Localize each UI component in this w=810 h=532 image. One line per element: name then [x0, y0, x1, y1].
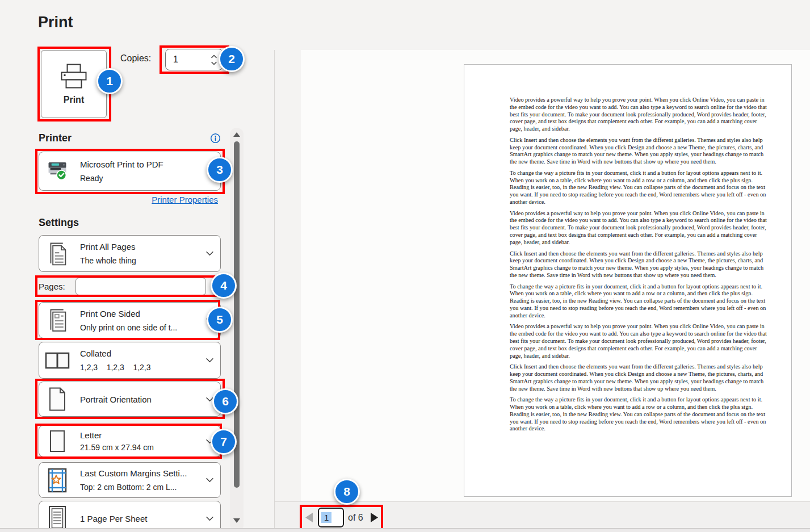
- copies-increment-icon[interactable]: [211, 55, 217, 58]
- copies-stepper-arrows: [211, 55, 217, 65]
- printer-text: Microsoft Print to PDF Ready: [80, 160, 213, 183]
- callout-4: 4: [211, 273, 237, 299]
- printer-properties-link[interactable]: Printer Properties: [152, 195, 218, 204]
- settings-scrollbar[interactable]: [230, 128, 244, 532]
- copies-stepper[interactable]: 1: [165, 49, 223, 70]
- paper-size-title: Letter: [80, 430, 203, 440]
- copies-value: 1: [173, 55, 211, 65]
- orientation-icon-wrap: [45, 387, 70, 412]
- callout-7: 7: [211, 429, 237, 455]
- callout-2: 2: [219, 46, 245, 72]
- custom-margins-icon: [47, 468, 68, 493]
- chevron-down-icon: [206, 477, 213, 483]
- doc-paragraph: To change the way a picture fits in your…: [510, 396, 769, 433]
- doc-paragraph: Video provides a powerful way to help yo…: [510, 97, 769, 133]
- printer-selector[interactable]: Microsoft Print to PDF Ready: [39, 152, 221, 191]
- duplex-dropdown[interactable]: Print One Sided Only print on one side o…: [39, 302, 221, 338]
- pages-per-sheet-title: 1 Page Per Sheet: [80, 514, 203, 523]
- callout-5: 5: [207, 307, 233, 333]
- document-preview-page: Video provides a powerful way to help yo…: [464, 64, 792, 497]
- printer-section-heading: Printer: [39, 132, 72, 144]
- pages-label: Pages:: [39, 282, 65, 291]
- pages-input[interactable]: [75, 278, 206, 295]
- chevron-down-icon: [206, 251, 213, 256]
- collation-title: Collated: [80, 349, 203, 358]
- word-print-backstage: Print Print 1 Copies: 1 2 Printer: [0, 0, 810, 532]
- document-pages-icon: [47, 241, 68, 266]
- margins-subtitle: Top: 2 cm Bottom: 2 cm L...: [80, 483, 203, 492]
- orientation-title: Portrait Orientation: [80, 395, 203, 404]
- page-count-label: of 6: [348, 513, 363, 523]
- window-bottom-edge: [0, 528, 810, 532]
- info-icon[interactable]: [210, 133, 221, 144]
- orientation-dropdown[interactable]: Portrait Orientation: [39, 382, 221, 417]
- print-button-label: Print: [64, 95, 84, 105]
- printer-icon-wrap: [45, 162, 70, 181]
- duplex-text: Print One Sided Only print on one side o…: [80, 309, 203, 332]
- scroll-up-icon[interactable]: [233, 132, 241, 137]
- doc-paragraph: Click Insert and then choose the element…: [510, 363, 769, 392]
- paper-size-dropdown[interactable]: Letter 21.59 cm x 27.94 cm: [39, 425, 221, 457]
- next-page-icon[interactable]: [370, 512, 379, 523]
- scroll-down-icon[interactable]: [233, 518, 241, 523]
- duplex-title: Print One Sided: [80, 309, 203, 319]
- collation-subtitle: 1,2,3 1,2,3 1,2,3: [80, 363, 203, 372]
- pages-per-sheet-text: 1 Page Per Sheet: [80, 514, 203, 523]
- callout-3: 3: [207, 157, 233, 183]
- chevron-down-icon: [206, 516, 213, 521]
- duplex-subtitle: Only print on one side of t...: [80, 323, 203, 332]
- printer-name: Microsoft Print to PDF: [80, 160, 213, 169]
- print-range-title: Print All Pages: [80, 242, 203, 252]
- collation-icon-wrap: [45, 351, 70, 370]
- page-number-value: 1: [321, 512, 331, 523]
- portrait-page-icon: [48, 387, 67, 412]
- settings-section-heading: Settings: [39, 217, 79, 229]
- page-number-input[interactable]: 1: [318, 508, 344, 527]
- printer-icon: [59, 63, 89, 89]
- page-title: Print: [38, 14, 73, 31]
- callout-6: 6: [212, 388, 238, 414]
- margins-dropdown[interactable]: Last Custom Margins Setti... Top: 2 cm B…: [39, 462, 221, 498]
- margins-title: Last Custom Margins Setti...: [80, 468, 203, 478]
- letter-page-icon: [49, 430, 66, 453]
- doc-paragraph: Click Insert and then choose the element…: [510, 137, 769, 166]
- duplex-icon-wrap: [45, 308, 70, 333]
- print-range-subtitle: The whole thing: [80, 256, 203, 265]
- paper-size-text: Letter 21.59 cm x 27.94 cm: [80, 430, 203, 452]
- print-range-icon-wrap: [45, 241, 70, 266]
- print-range-text: Print All Pages The whole thing: [80, 242, 203, 265]
- copies-decrement-icon[interactable]: [211, 61, 217, 65]
- doc-paragraph: To change the way a picture fits in your…: [510, 170, 769, 206]
- callout-1: 1: [96, 68, 123, 94]
- doc-paragraph: To change the way a picture fits in your…: [510, 283, 769, 320]
- margins-icon-wrap: [45, 468, 70, 493]
- collation-text: Collated 1,2,3 1,2,3 1,2,3: [80, 349, 203, 372]
- printer-status: Ready: [80, 174, 213, 183]
- pages-per-sheet-dropdown[interactable]: 1 Page Per Sheet: [39, 501, 221, 532]
- previous-page-icon[interactable]: [305, 512, 313, 523]
- collation-dropdown[interactable]: Collated 1,2,3 1,2,3 1,2,3: [39, 342, 221, 379]
- chevron-down-icon: [206, 358, 213, 363]
- doc-paragraph: Video provides a powerful way to help yo…: [510, 323, 769, 359]
- print-range-dropdown[interactable]: Print All Pages The whole thing: [39, 235, 221, 272]
- margins-text: Last Custom Margins Setti... Top: 2 cm B…: [80, 468, 203, 492]
- doc-paragraph: Video provides a powerful way to help yo…: [510, 210, 769, 246]
- orientation-text: Portrait Orientation: [80, 395, 203, 404]
- panel-divider: [274, 50, 275, 532]
- one-sided-page-icon: [47, 308, 68, 333]
- doc-paragraph: Click Insert and then choose the element…: [510, 250, 769, 279]
- callout-8: 8: [334, 479, 360, 505]
- document-text: Video provides a powerful way to help yo…: [510, 97, 769, 437]
- paper-size-icon-wrap: [45, 430, 70, 453]
- printer-ready-icon: [47, 162, 68, 181]
- collated-pages-icon: [45, 351, 70, 370]
- copies-label: Copies:: [120, 53, 151, 64]
- paper-size-subtitle: 21.59 cm x 27.94 cm: [80, 443, 203, 452]
